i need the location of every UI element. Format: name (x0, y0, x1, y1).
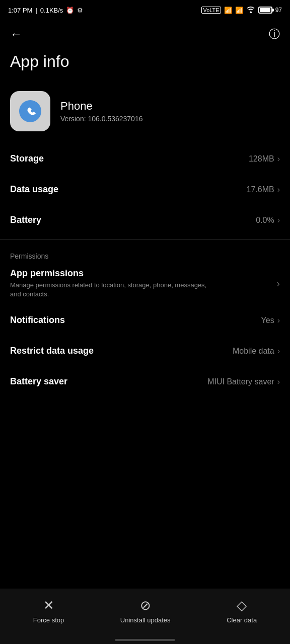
restrict-data-label: Restrict data usage (10, 346, 94, 356)
battery-value: 0.0% › (256, 216, 280, 225)
chevron-icon: › (277, 185, 280, 194)
wifi-symbol (246, 6, 255, 15)
storage-label: Storage (10, 153, 44, 164)
settings-icon: ⚙ (77, 7, 83, 14)
storage-item[interactable]: Storage 128MB › (0, 143, 290, 174)
chevron-icon: › (277, 377, 280, 386)
clear-data-icon: ◇ (237, 598, 247, 613)
app-card: Phone Version: 106.0.536237016 (0, 83, 290, 143)
notifications-value: Yes › (261, 316, 280, 325)
chevron-icon: › (277, 154, 280, 164)
info-button[interactable]: ⓘ (267, 25, 282, 44)
force-stop-label: Force stop (33, 616, 64, 624)
chevron-icon: › (277, 316, 280, 325)
wifi-icon: 📶 (235, 7, 243, 14)
app-icon (10, 91, 50, 131)
back-button[interactable]: ← (8, 25, 24, 43)
permissions-item-left: App permissions Manage permissions relat… (10, 268, 211, 299)
data-usage-item[interactable]: Data usage 17.6MB › (0, 174, 290, 205)
page-title: App info (0, 48, 290, 83)
notifications-item[interactable]: Notifications Yes › (0, 305, 290, 336)
permissions-section-label: Permissions (0, 244, 290, 262)
permissions-title: App permissions (10, 268, 211, 279)
battery-saver-item[interactable]: Battery saver MIUI Battery saver › (0, 366, 290, 397)
status-left: 1:07 PM | 0.1KB/s ⏰ ⚙ (8, 7, 83, 14)
status-right: VoLTE 📶 📶 97 (201, 6, 282, 15)
battery-item[interactable]: Battery 0.0% › (0, 205, 290, 235)
data-usage-value: 17.6MB › (247, 185, 280, 194)
section-divider (0, 239, 290, 240)
alarm-icon: ⏰ (66, 7, 74, 14)
clear-data-label: Clear data (227, 616, 257, 624)
permissions-desc: Manage permissions related to location, … (10, 281, 211, 299)
restrict-data-value: Mobile data › (233, 347, 280, 356)
app-details: Phone Version: 106.0.536237016 (60, 100, 142, 123)
force-stop-icon: ✕ (43, 598, 54, 613)
clear-data-button[interactable]: ◇ Clear data (219, 594, 265, 628)
header: ← ⓘ (0, 20, 290, 48)
app-permissions-item[interactable]: App permissions Manage permissions relat… (0, 262, 290, 305)
signal-icon: 📶 (224, 7, 232, 14)
battery-label: Battery (10, 215, 41, 225)
app-version: Version: 106.0.536237016 (60, 115, 142, 123)
restrict-data-item[interactable]: Restrict data usage Mobile data › (0, 336, 290, 366)
storage-value: 128MB › (249, 154, 280, 164)
status-bar: 1:07 PM | 0.1KB/s ⏰ ⚙ VoLTE 📶 📶 97 (0, 0, 290, 20)
status-separator: | (35, 7, 37, 14)
uninstall-updates-label: Uninstall updates (120, 616, 171, 624)
chevron-icon: › (277, 216, 280, 225)
status-network: 0.1KB/s (40, 7, 63, 14)
battery-saver-label: Battery saver (10, 376, 67, 387)
chevron-icon: › (277, 347, 280, 356)
battery-icon (258, 7, 272, 14)
battery-level: 97 (275, 7, 282, 14)
volte-icon: VoLTE (201, 7, 221, 14)
notifications-label: Notifications (10, 315, 65, 326)
data-usage-label: Data usage (10, 184, 58, 195)
force-stop-button[interactable]: ✕ Force stop (25, 594, 72, 628)
status-time: 1:07 PM (8, 7, 32, 14)
uninstall-updates-button[interactable]: ⊘ Uninstall updates (112, 594, 179, 628)
bottom-action-bar: ✕ Force stop ⊘ Uninstall updates ◇ Clear… (0, 589, 290, 644)
chevron-icon: › (276, 278, 280, 289)
battery-saver-value: MIUI Battery saver › (207, 377, 280, 386)
uninstall-updates-icon: ⊘ (140, 598, 151, 613)
home-indicator (115, 639, 175, 641)
app-name: Phone (60, 100, 142, 113)
